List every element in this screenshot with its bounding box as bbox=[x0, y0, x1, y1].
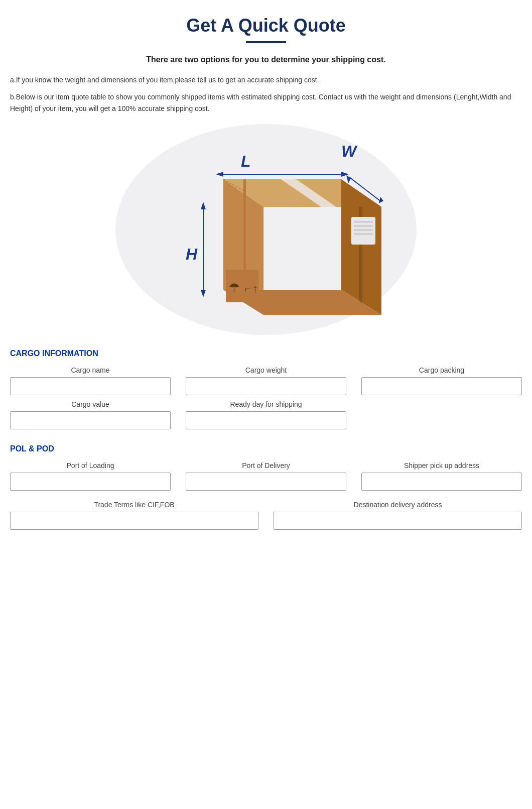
cargo-value-group: Cargo value bbox=[10, 400, 171, 429]
title-underline bbox=[246, 41, 286, 43]
shipper-pickup-input[interactable] bbox=[361, 473, 522, 491]
shipper-pickup-label: Shipper pick up address bbox=[361, 461, 522, 470]
l-arrow-right bbox=[341, 172, 349, 177]
ready-day-group: Ready day for shipping bbox=[186, 400, 346, 429]
cargo-section-label: CARGO INFORMATION bbox=[10, 349, 522, 358]
port-loading-input[interactable] bbox=[10, 473, 171, 491]
destination-delivery-input[interactable] bbox=[274, 512, 522, 530]
trade-terms-group: Trade Terms like CIF,FOB bbox=[10, 501, 258, 530]
shipper-pickup-group: Shipper pick up address bbox=[361, 461, 522, 491]
arrow-symbol: ↑ bbox=[252, 282, 258, 295]
pol-pod-divider: POL & POD Port of Loading Port of Delive… bbox=[10, 444, 522, 530]
box-image-container: W L H bbox=[10, 124, 522, 335]
h-arrow-bottom bbox=[201, 290, 206, 297]
port-loading-label: Port of Loading bbox=[10, 461, 171, 470]
port-delivery-input[interactable] bbox=[186, 473, 346, 491]
cargo-weight-input[interactable] bbox=[186, 377, 346, 395]
cargo-row-2: Cargo value Ready day for shipping bbox=[10, 400, 522, 429]
option-b-text: b.Below is our item quote table to show … bbox=[10, 91, 522, 114]
cargo-row-1: Cargo name Cargo weight Cargo packing bbox=[10, 366, 522, 395]
page-title: Get A Quick Quote bbox=[10, 15, 522, 36]
cargo-packing-group: Cargo packing bbox=[361, 366, 522, 395]
cargo-value-input[interactable] bbox=[10, 411, 171, 429]
cargo-packing-label: Cargo packing bbox=[361, 366, 522, 374]
dim-w-label: W bbox=[341, 142, 358, 160]
port-delivery-label: Port of Delivery bbox=[186, 461, 346, 470]
trade-terms-input[interactable] bbox=[10, 512, 258, 530]
ready-day-label: Ready day for shipping bbox=[186, 400, 346, 408]
port-loading-group: Port of Loading bbox=[10, 461, 171, 491]
port-delivery-group: Port of Delivery bbox=[186, 461, 346, 491]
trade-terms-label: Trade Terms like CIF,FOB bbox=[10, 501, 258, 509]
dim-h-label: H bbox=[186, 245, 198, 263]
subtitle: There are two options for you to determi… bbox=[10, 55, 522, 64]
hand-symbol: ⌐ bbox=[244, 283, 250, 294]
cargo-name-input[interactable] bbox=[10, 377, 171, 395]
cargo-value-label: Cargo value bbox=[10, 400, 171, 408]
dim-l-label: L bbox=[241, 152, 251, 170]
box-ellipse: W L H bbox=[115, 124, 417, 335]
umbrella-symbol: ☂ bbox=[228, 280, 240, 295]
option-a-text: a.If you know the weight and dimensions … bbox=[10, 74, 522, 85]
l-arrow-left bbox=[216, 172, 223, 177]
label-sticker bbox=[351, 217, 375, 245]
ready-day-input[interactable] bbox=[186, 411, 346, 429]
cargo-packing-input[interactable] bbox=[361, 377, 522, 395]
destination-delivery-label: Destination delivery address bbox=[274, 501, 522, 509]
pol-pod-label: POL & POD bbox=[10, 444, 522, 453]
h-arrow-top bbox=[201, 202, 206, 209]
box-svg: W L H bbox=[125, 129, 407, 330]
pol-row-1: Port of Loading Port of Delivery Shipper… bbox=[10, 461, 522, 491]
w-arrow-top bbox=[346, 175, 351, 183]
cargo-name-label: Cargo name bbox=[10, 366, 171, 374]
pol-row-2: Trade Terms like CIF,FOB Destination del… bbox=[10, 501, 522, 530]
destination-delivery-group: Destination delivery address bbox=[274, 501, 522, 530]
cargo-name-group: Cargo name bbox=[10, 366, 171, 395]
cargo-weight-group: Cargo weight bbox=[186, 366, 346, 395]
cargo-weight-label: Cargo weight bbox=[186, 366, 346, 374]
